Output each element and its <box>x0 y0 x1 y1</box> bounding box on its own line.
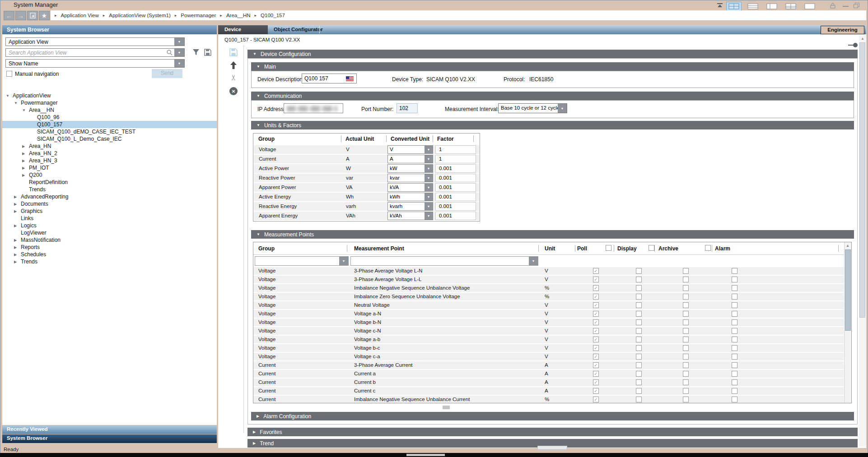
search-icon[interactable] <box>167 50 173 55</box>
pin-icon[interactable] <box>848 43 858 47</box>
converted-unit-dropdown[interactable]: A▼ <box>387 155 433 163</box>
tree-item-applicationview[interactable]: ▼ApplicationView <box>2 92 217 99</box>
scroll-up-icon[interactable]: ▲ <box>846 244 849 248</box>
layout-button-quad[interactable] <box>726 2 742 11</box>
measurement-points-header[interactable]: ▼ Measurement Points <box>251 230 854 239</box>
poll-checkbox[interactable] <box>593 302 599 308</box>
tree-item-q100-96[interactable]: Q100_96 <box>2 114 217 121</box>
poll-checkbox[interactable] <box>593 337 599 342</box>
chevron-down-icon[interactable]: ▼ <box>425 165 433 172</box>
scrollbar-thumb[interactable] <box>859 42 865 318</box>
table-row[interactable]: VoltageVoltage b-cV <box>253 344 844 352</box>
tree-item-reports[interactable]: ▶Reports <box>2 244 217 251</box>
archive-checkbox[interactable] <box>683 388 689 394</box>
factor-input[interactable]: 0.001 <box>435 183 476 192</box>
table-row[interactable]: Voltage3-Phase Average Voltage L-LV <box>253 276 844 283</box>
search-input[interactable] <box>6 49 167 56</box>
tree-item-powermanager[interactable]: ▼Powermanager <box>2 99 217 106</box>
chevron-down-icon[interactable]: ▼ <box>174 60 184 67</box>
archive-checkbox[interactable] <box>683 311 689 317</box>
display-checkbox[interactable] <box>636 285 642 291</box>
tree-item-area-hn[interactable]: ▶Area_HN <box>2 143 217 150</box>
alarm-checkbox[interactable] <box>732 285 737 291</box>
alarm-checkbox[interactable] <box>732 379 737 385</box>
converted-unit-dropdown[interactable]: kW▼ <box>387 164 433 173</box>
factor-input[interactable]: 0.001 <box>435 212 476 220</box>
collapsed-arrow-icon[interactable]: ▶ <box>14 195 21 199</box>
factor-input[interactable]: 0.001 <box>435 174 476 182</box>
factor-input[interactable]: 0.001 <box>435 164 476 173</box>
chevron-down-icon[interactable]: ▼ <box>174 38 184 46</box>
point-filter-dropdown[interactable]: ▼ <box>350 256 538 266</box>
tree-item-massnotification[interactable]: ▶MassNotification <box>2 236 217 244</box>
chevron-down-icon[interactable]: ▼ <box>425 146 433 153</box>
poll-checkbox[interactable] <box>593 354 599 360</box>
display-checkbox[interactable] <box>636 354 642 360</box>
archive-checkbox[interactable] <box>683 285 689 291</box>
display-checkbox[interactable] <box>636 388 642 394</box>
recently-viewed-bar[interactable]: Recently Viewed <box>2 425 217 434</box>
converted-unit-dropdown[interactable]: kvarh▼ <box>387 202 433 211</box>
tree-item-sicam-q100-l-demo-case-iec[interactable]: SICAM_Q100_L_Demo_Case_IEC <box>2 135 217 143</box>
table-row[interactable]: VoltageVoltage c-NV <box>253 327 844 335</box>
search-dropdown-arrow[interactable]: ▼ <box>174 49 184 56</box>
display-checkbox[interactable] <box>636 337 642 342</box>
alarm-checkbox[interactable] <box>732 319 737 325</box>
poll-checkbox[interactable] <box>593 311 599 317</box>
expanded-arrow-icon[interactable]: ▼ <box>22 108 29 112</box>
archive-checkbox[interactable] <box>683 319 689 325</box>
view-dropdown[interactable]: Application View ▼ <box>5 37 185 46</box>
collapse-triangle-icon[interactable]: ▼ <box>257 232 260 236</box>
save-device-button[interactable] <box>229 48 238 57</box>
favorites-star-button[interactable]: ★ <box>39 11 50 20</box>
tree-item-reportdefinition[interactable]: ReportDefinition <box>2 179 217 186</box>
archive-checkbox[interactable] <box>683 277 689 282</box>
engineering-button[interactable]: Engineering <box>821 26 864 34</box>
collapsed-arrow-icon[interactable]: ▶ <box>22 159 29 163</box>
collapse-triangle-icon[interactable]: ▼ <box>257 94 260 98</box>
archive-checkbox[interactable] <box>683 328 689 334</box>
main-section-header[interactable]: ▼ Main <box>251 62 854 71</box>
collapsed-arrow-icon[interactable]: ▶ <box>14 209 21 213</box>
collapsed-arrow-icon[interactable]: ▶ <box>14 260 21 264</box>
alarm-checkbox[interactable] <box>732 277 737 282</box>
collapse-triangle-icon[interactable]: ▼ <box>257 123 260 127</box>
alarm-checkbox[interactable] <box>732 337 737 342</box>
display-checkbox[interactable] <box>636 397 642 402</box>
breadcrumb-item[interactable]: ApplicationView (System1) <box>109 13 171 18</box>
archive-checkbox[interactable] <box>683 345 689 351</box>
collapsed-arrow-icon[interactable]: ▶ <box>14 238 21 242</box>
collapse-triangle-icon[interactable]: ▼ <box>257 65 260 69</box>
archive-checkbox[interactable] <box>683 371 689 377</box>
poll-checkbox[interactable] <box>593 319 599 325</box>
table-row[interactable]: CurrentCurrent aA <box>253 370 844 378</box>
archive-checkbox[interactable] <box>683 337 689 342</box>
forward-button[interactable]: → <box>15 11 26 20</box>
converted-unit-dropdown[interactable]: kVAh▼ <box>387 212 433 220</box>
factor-input[interactable]: 1 <box>435 155 476 163</box>
tree-item-logics[interactable]: ▶Logics <box>2 222 217 229</box>
breadcrumb-item[interactable]: Powermanager <box>181 13 216 18</box>
archive-checkbox[interactable] <box>683 354 689 360</box>
collapsed-arrow-icon[interactable]: ▶ <box>14 202 21 206</box>
collapsed-arrow-icon[interactable]: ▶ <box>14 253 21 257</box>
collapsed-arrow-icon[interactable]: ▶ <box>14 245 21 249</box>
minimize-button[interactable] <box>843 6 849 7</box>
alarm-checkbox[interactable] <box>732 268 737 274</box>
move-up-button[interactable] <box>229 60 238 69</box>
layout-button-single[interactable] <box>802 2 817 11</box>
collapsed-arrow-icon[interactable]: ▶ <box>22 173 29 177</box>
collapsed-arrow-icon[interactable]: ▶ <box>22 166 29 170</box>
archive-checkbox[interactable] <box>683 294 689 300</box>
tree-item-trends[interactable]: Trends <box>2 186 217 193</box>
display-checkbox[interactable] <box>636 277 642 282</box>
tree-item-documents[interactable]: ▶Documents <box>2 200 217 208</box>
poll-checkbox[interactable] <box>593 277 599 282</box>
chevron-down-icon[interactable]: ▼ <box>425 155 433 163</box>
show-name-dropdown[interactable]: Show Name ▼ <box>5 59 185 68</box>
tab-device[interactable]: Device <box>218 25 268 34</box>
converted-unit-dropdown[interactable]: kVA▼ <box>387 183 433 192</box>
layout-button-grid[interactable] <box>783 2 798 11</box>
tree-item-schedules[interactable]: ▶Schedules <box>2 251 217 258</box>
table-row[interactable]: Voltage3-Phase Average Voltage L-NV <box>253 267 844 275</box>
